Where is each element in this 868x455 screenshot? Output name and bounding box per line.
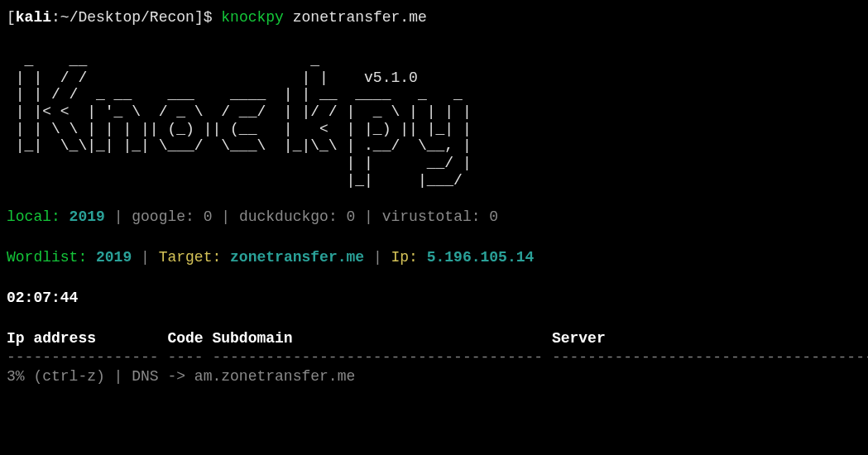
progress-line: 3% (ctrl-z) | DNS -> am.zonetransfer.me: [7, 366, 861, 388]
sep1: |: [105, 208, 132, 225]
wordlist-value: 2019: [87, 249, 132, 266]
ascii-line-2: | | / / | | v5.1.0: [7, 69, 418, 86]
command-name: knockpy: [221, 9, 284, 26]
ascii-banner: _ __ _ | | / / | | v5.1.0 | | / / _ __ _…: [7, 52, 861, 189]
table-separator: ----------------- ---- -----------------…: [7, 350, 861, 366]
vt-label: virustotal:: [382, 208, 490, 225]
table-header: Ip address Code Subdomain Server: [7, 328, 861, 350]
command-arg: zonetransfer.me: [284, 9, 427, 26]
ascii-line-8: |_| |___/: [7, 172, 463, 189]
sources-line: local: 2019 | google: 0 | duckduckgo: 0 …: [7, 206, 861, 228]
ascii-line-7: | | __/ |: [7, 155, 472, 171]
ip-label: Ip:: [391, 249, 418, 266]
prompt-colon: :: [51, 9, 60, 26]
ascii-line-4: | |< < | '_ \ / _ \ / __/ | |/ / | _ \ |…: [7, 103, 472, 120]
local-value: 2019: [60, 208, 105, 225]
ascii-line-1: _ __ _: [7, 52, 319, 69]
ddg-value: 0: [347, 208, 356, 225]
ascii-line-6: |_| \_\|_| |_| \___/ \___\ |_|\_\ | .__/…: [7, 137, 472, 154]
timestamp: 02:07:44: [7, 287, 861, 309]
ip-value: 5.196.105.14: [418, 249, 534, 266]
target-value: zonetransfer.me: [221, 249, 364, 266]
local-label: local:: [7, 208, 60, 225]
prompt-dollar: $: [204, 9, 222, 26]
info-sep1: |: [132, 249, 158, 266]
ddg-label: duckduckgo:: [239, 208, 347, 225]
prompt-host: kali: [16, 9, 51, 26]
target-label: Target:: [159, 249, 222, 266]
wordlist-label: Wordlist:: [7, 249, 87, 266]
info-line: Wordlist: 2019 | Target: zonetransfer.me…: [7, 247, 861, 269]
sep2: |: [212, 208, 238, 225]
prompt-path: ~/Desktop/Recon: [60, 9, 194, 26]
google-label: google:: [132, 208, 203, 225]
vt-value: 0: [489, 208, 498, 225]
google-value: 0: [204, 208, 213, 225]
info-sep2: |: [364, 249, 391, 266]
prompt-close-bracket: ]: [194, 9, 204, 26]
ascii-line-5: | | \ \ | | | || (_) || (__ | < | |_) ||…: [7, 121, 472, 137]
ascii-line-3: | | / / _ __ ___ ____ | | __ ____ _ _: [7, 86, 463, 103]
sep3: |: [355, 208, 381, 225]
terminal-prompt-line: [kali:~/Desktop/Recon]$ knockpy zonetran…: [7, 7, 861, 29]
prompt-open-bracket: [: [7, 9, 16, 26]
